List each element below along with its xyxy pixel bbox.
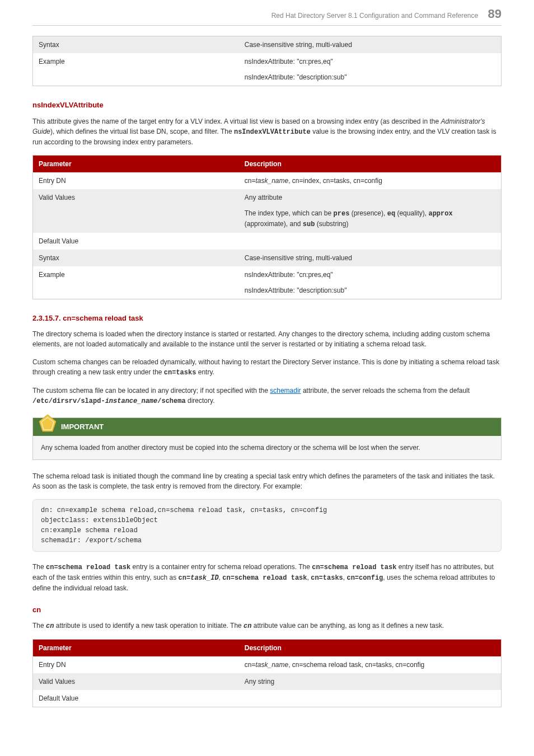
param-cell: Example <box>33 266 239 299</box>
desc-cell: Any attribute The index type, which can … <box>239 189 502 233</box>
example-line-2: nsIndexAttribute: "description:sub" <box>245 72 495 82</box>
attribute-table-syntax-example: Syntax Case-insensitive string, multi-va… <box>32 36 502 86</box>
param-cell: Valid Values <box>33 189 239 233</box>
table-row: Default Value <box>33 690 502 707</box>
header-title: Red Hat Directory Server 8.1 Configurati… <box>271 12 479 20</box>
param-cell: Default Value <box>33 233 239 250</box>
th-description: Description <box>239 640 502 657</box>
table-row: Syntax Case-insensitive string, multi-va… <box>33 36 502 54</box>
schemadir-link[interactable]: schemadir <box>270 387 301 395</box>
param-cell: Entry DN <box>33 172 239 189</box>
post-admon-p2: The cn=schema reload task entry is a con… <box>32 562 502 593</box>
param-cell: Valid Values <box>33 673 239 690</box>
reload-p2: Custom schema changes can be reloaded dy… <box>32 357 502 378</box>
section-heading-cn: cn <box>32 604 502 616</box>
page-number: 89 <box>488 7 502 21</box>
reload-p1: The directory schema is loaded when the … <box>32 329 502 349</box>
desc-cell: nsIndexAttribute: "cn:pres,eq" nsIndexAt… <box>239 53 502 86</box>
reload-p3: The custom schema file can be located in… <box>32 386 502 406</box>
param-cell: Syntax <box>33 36 239 54</box>
example-l1: nsIndexAttribute: "cn:pres,eq" <box>245 270 495 280</box>
example-line-1: nsIndexAttribute: "cn:pres,eq" <box>245 57 495 67</box>
th-description: Description <box>239 155 502 172</box>
vlv-paragraph: This attribute gives the name of the tar… <box>32 116 502 147</box>
attribute-table-cn: Parameter Description Entry DN cn=task_n… <box>32 639 502 707</box>
valid-values-p2: The index type, which can be pres (prese… <box>245 208 495 229</box>
desc-cell: nsIndexAttribute: "cn:pres,eq" nsIndexAt… <box>239 266 502 299</box>
desc-cell: cn=task_name, cn=index, cn=tasks, cn=con… <box>239 172 502 189</box>
desc-cell: cn=task_name, cn=schema reload task, cn=… <box>239 656 502 673</box>
attribute-table-vlv: Parameter Description Entry DN cn=task_n… <box>32 155 502 299</box>
code-example: dn: cn=example schema reload,cn=schema r… <box>32 499 502 552</box>
post-admon-p1: The schema reload task is initiated thou… <box>32 471 502 491</box>
table-row: Default Value <box>33 233 502 250</box>
admonition-body: Any schema loaded from another directory… <box>33 436 501 459</box>
valid-values-p1: Any attribute <box>245 192 495 203</box>
important-icon <box>38 414 58 434</box>
section-heading-vlv: nsIndexVLVAttribute <box>32 100 502 111</box>
table-row: Valid Values Any attribute The index typ… <box>33 189 502 233</box>
table-row: Example nsIndexAttribute: "cn:pres,eq" n… <box>33 53 502 86</box>
cn-paragraph: The cn attribute is used to identify a n… <box>32 621 502 631</box>
desc-cell <box>239 233 502 250</box>
admonition-important: IMPORTANT Any schema loaded from another… <box>32 417 502 460</box>
desc-cell: Case-insensitive string, multi-valued <box>239 36 502 54</box>
admonition-title: IMPORTANT <box>61 422 104 431</box>
param-cell: Syntax <box>33 250 239 266</box>
table-row: Valid Values Any string <box>33 673 502 690</box>
param-cell: Example <box>33 53 239 86</box>
table-row: Entry DN cn=task_name, cn=schema reload … <box>33 656 502 673</box>
admonition-header: IMPORTANT <box>33 418 501 436</box>
page-header: Red Hat Directory Server 8.1 Configurati… <box>32 0 502 26</box>
th-parameter: Parameter <box>33 640 239 657</box>
page-root: Red Hat Directory Server 8.1 Configurati… <box>0 0 534 730</box>
param-cell: Default Value <box>33 690 239 707</box>
table-row: Entry DN cn=task_name, cn=index, cn=task… <box>33 172 502 189</box>
desc-cell <box>239 690 502 707</box>
section-heading-reload: 2.3.15.7. cn=schema reload task <box>32 313 502 324</box>
desc-cell: Case-insensitive string, multi-valued <box>239 250 502 266</box>
table-header-row: Parameter Description <box>33 640 502 657</box>
table-row: Syntax Case-insensitive string, multi-va… <box>33 250 502 266</box>
table-row: Example nsIndexAttribute: "cn:pres,eq" n… <box>33 266 502 299</box>
th-parameter: Parameter <box>33 155 239 172</box>
table-header-row: Parameter Description <box>33 155 502 172</box>
param-cell: Entry DN <box>33 656 239 673</box>
example-l2: nsIndexAttribute: "description:sub" <box>245 285 495 295</box>
desc-cell: Any string <box>239 673 502 690</box>
